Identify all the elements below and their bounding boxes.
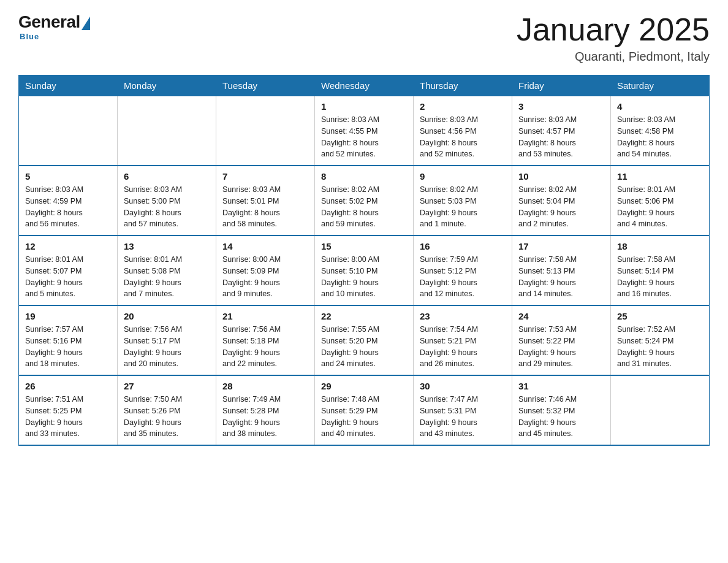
day-info: Sunrise: 8:03 AM Sunset: 5:00 PM Dayligh… [124, 184, 210, 230]
calendar-cell [611, 375, 710, 445]
day-number: 16 [420, 241, 506, 251]
calendar-cell: 31Sunrise: 7:46 AM Sunset: 5:32 PM Dayli… [512, 375, 611, 445]
calendar-cell: 30Sunrise: 7:47 AM Sunset: 5:31 PM Dayli… [414, 375, 512, 445]
day-info: Sunrise: 7:50 AM Sunset: 5:26 PM Dayligh… [124, 394, 210, 440]
calendar-cell: 8Sunrise: 8:02 AM Sunset: 5:02 PM Daylig… [315, 166, 414, 236]
day-info: Sunrise: 7:57 AM Sunset: 5:16 PM Dayligh… [25, 324, 111, 370]
day-info: Sunrise: 8:03 AM Sunset: 4:59 PM Dayligh… [25, 184, 111, 230]
page-title: January 2025 [517, 12, 710, 47]
day-number: 1 [321, 101, 407, 112]
day-info: Sunrise: 7:48 AM Sunset: 5:29 PM Dayligh… [321, 394, 407, 440]
calendar-cell: 13Sunrise: 8:01 AM Sunset: 5:08 PM Dayli… [118, 236, 216, 305]
day-number: 22 [321, 311, 407, 321]
day-number: 26 [25, 381, 111, 391]
day-number: 2 [420, 101, 506, 112]
day-number: 25 [617, 311, 703, 321]
day-number: 23 [420, 311, 506, 321]
day-header-sunday: Sunday [19, 75, 118, 96]
day-number: 21 [222, 311, 308, 321]
day-number: 14 [222, 241, 308, 251]
calendar-cell: 3Sunrise: 8:03 AM Sunset: 4:57 PM Daylig… [512, 96, 611, 166]
week-row-5: 26Sunrise: 7:51 AM Sunset: 5:25 PM Dayli… [19, 375, 710, 445]
day-info: Sunrise: 8:02 AM Sunset: 5:02 PM Dayligh… [321, 184, 407, 230]
day-info: Sunrise: 7:51 AM Sunset: 5:25 PM Dayligh… [25, 394, 111, 440]
calendar-cell: 26Sunrise: 7:51 AM Sunset: 5:25 PM Dayli… [19, 375, 118, 445]
day-info: Sunrise: 8:00 AM Sunset: 5:10 PM Dayligh… [321, 254, 407, 300]
calendar-cell: 29Sunrise: 7:48 AM Sunset: 5:29 PM Dayli… [315, 375, 414, 445]
logo: General Blue [18, 12, 90, 41]
day-header-friday: Friday [512, 75, 611, 96]
day-number: 5 [25, 171, 111, 182]
day-number: 8 [321, 171, 407, 182]
day-number: 20 [124, 311, 210, 321]
calendar-cell: 10Sunrise: 8:02 AM Sunset: 5:04 PM Dayli… [512, 166, 611, 236]
calendar-cell: 1Sunrise: 8:03 AM Sunset: 4:55 PM Daylig… [315, 96, 414, 166]
location-subtitle: Quaranti, Piedmont, Italy [517, 50, 710, 64]
day-number: 4 [617, 101, 703, 112]
day-header-wednesday: Wednesday [315, 75, 414, 96]
day-info: Sunrise: 8:03 AM Sunset: 4:57 PM Dayligh… [518, 114, 604, 160]
calendar-cell [118, 96, 216, 166]
day-info: Sunrise: 7:49 AM Sunset: 5:28 PM Dayligh… [222, 394, 308, 440]
calendar-cell: 6Sunrise: 8:03 AM Sunset: 5:00 PM Daylig… [118, 166, 216, 236]
day-number: 29 [321, 381, 407, 391]
calendar-cell: 7Sunrise: 8:03 AM Sunset: 5:01 PM Daylig… [216, 166, 315, 236]
day-number: 6 [124, 171, 210, 182]
day-header-saturday: Saturday [611, 75, 710, 96]
calendar-table: SundayMondayTuesdayWednesdayThursdayFrid… [18, 75, 710, 446]
day-info: Sunrise: 7:58 AM Sunset: 5:14 PM Dayligh… [617, 254, 703, 300]
calendar-cell: 9Sunrise: 8:02 AM Sunset: 5:03 PM Daylig… [414, 166, 512, 236]
calendar-cell: 15Sunrise: 8:00 AM Sunset: 5:10 PM Dayli… [315, 236, 414, 305]
week-row-3: 12Sunrise: 8:01 AM Sunset: 5:07 PM Dayli… [19, 236, 710, 305]
logo-general-text: General [18, 12, 80, 32]
day-info: Sunrise: 8:03 AM Sunset: 4:56 PM Dayligh… [420, 114, 506, 160]
week-row-4: 19Sunrise: 7:57 AM Sunset: 5:16 PM Dayli… [19, 305, 710, 375]
day-number: 17 [518, 241, 604, 251]
day-info: Sunrise: 8:01 AM Sunset: 5:07 PM Dayligh… [25, 254, 111, 300]
day-info: Sunrise: 7:56 AM Sunset: 5:17 PM Dayligh… [124, 324, 210, 370]
day-number: 15 [321, 241, 407, 251]
calendar-cell [19, 96, 118, 166]
day-number: 31 [518, 381, 604, 391]
day-info: Sunrise: 7:55 AM Sunset: 5:20 PM Dayligh… [321, 324, 407, 370]
day-number: 9 [420, 171, 506, 182]
calendar-cell: 28Sunrise: 7:49 AM Sunset: 5:28 PM Dayli… [216, 375, 315, 445]
calendar-cell: 18Sunrise: 7:58 AM Sunset: 5:14 PM Dayli… [611, 236, 710, 305]
day-info: Sunrise: 8:03 AM Sunset: 5:01 PM Dayligh… [222, 184, 308, 230]
week-row-1: 1Sunrise: 8:03 AM Sunset: 4:55 PM Daylig… [19, 96, 710, 166]
calendar-cell: 27Sunrise: 7:50 AM Sunset: 5:26 PM Dayli… [118, 375, 216, 445]
page-header: General Blue January 2025 Quaranti, Pied… [18, 12, 710, 64]
calendar-cell: 25Sunrise: 7:52 AM Sunset: 5:24 PM Dayli… [611, 305, 710, 375]
day-info: Sunrise: 8:00 AM Sunset: 5:09 PM Dayligh… [222, 254, 308, 300]
day-info: Sunrise: 8:01 AM Sunset: 5:06 PM Dayligh… [617, 184, 703, 230]
day-header-thursday: Thursday [414, 75, 512, 96]
day-info: Sunrise: 7:46 AM Sunset: 5:32 PM Dayligh… [518, 394, 604, 440]
calendar-cell: 23Sunrise: 7:54 AM Sunset: 5:21 PM Dayli… [414, 305, 512, 375]
day-number: 28 [222, 381, 308, 391]
day-header-tuesday: Tuesday [216, 75, 315, 96]
day-info: Sunrise: 7:54 AM Sunset: 5:21 PM Dayligh… [420, 324, 506, 370]
day-number: 10 [518, 171, 604, 182]
logo-triangle-icon [82, 17, 90, 30]
day-info: Sunrise: 8:03 AM Sunset: 4:55 PM Dayligh… [321, 114, 407, 160]
day-number: 18 [617, 241, 703, 251]
day-info: Sunrise: 7:58 AM Sunset: 5:13 PM Dayligh… [518, 254, 604, 300]
day-info: Sunrise: 8:03 AM Sunset: 4:58 PM Dayligh… [617, 114, 703, 160]
calendar-cell: 14Sunrise: 8:00 AM Sunset: 5:09 PM Dayli… [216, 236, 315, 305]
calendar-cell: 2Sunrise: 8:03 AM Sunset: 4:56 PM Daylig… [414, 96, 512, 166]
week-row-2: 5Sunrise: 8:03 AM Sunset: 4:59 PM Daylig… [19, 166, 710, 236]
calendar-cell: 19Sunrise: 7:57 AM Sunset: 5:16 PM Dayli… [19, 305, 118, 375]
day-number: 13 [124, 241, 210, 251]
day-info: Sunrise: 7:59 AM Sunset: 5:12 PM Dayligh… [420, 254, 506, 300]
day-number: 19 [25, 311, 111, 321]
calendar-cell: 24Sunrise: 7:53 AM Sunset: 5:22 PM Dayli… [512, 305, 611, 375]
day-number: 12 [25, 241, 111, 251]
calendar-cell: 16Sunrise: 7:59 AM Sunset: 5:12 PM Dayli… [414, 236, 512, 305]
day-number: 7 [222, 171, 308, 182]
day-info: Sunrise: 7:56 AM Sunset: 5:18 PM Dayligh… [222, 324, 308, 370]
calendar-cell: 11Sunrise: 8:01 AM Sunset: 5:06 PM Dayli… [611, 166, 710, 236]
day-info: Sunrise: 8:02 AM Sunset: 5:04 PM Dayligh… [518, 184, 604, 230]
day-header-monday: Monday [118, 75, 216, 96]
calendar-cell [216, 96, 315, 166]
day-info: Sunrise: 7:47 AM Sunset: 5:31 PM Dayligh… [420, 394, 506, 440]
